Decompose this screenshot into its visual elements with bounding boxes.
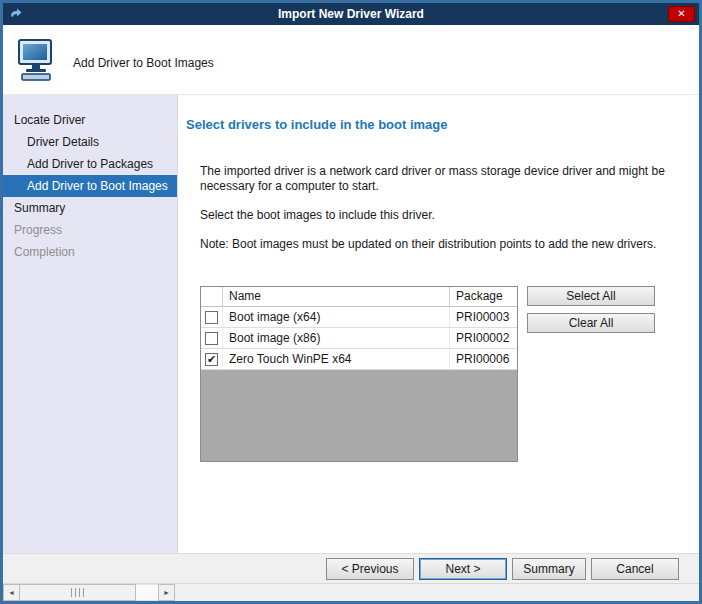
description-text: The imported driver is a network card dr…	[200, 164, 689, 194]
table-empty-area	[201, 370, 517, 461]
checkbox-column-header	[201, 287, 223, 306]
scroll-left-icon[interactable]: ◄	[3, 584, 20, 601]
import-new-driver-wizard-window: Import New Driver Wizard ✕ Add Driver to…	[0, 0, 702, 604]
close-button[interactable]: ✕	[668, 6, 695, 22]
select-all-button[interactable]: Select All	[527, 286, 655, 306]
horizontal-scrollbar[interactable]: ◄ ►	[3, 584, 175, 601]
table-header-row: Name Package ID	[201, 287, 517, 307]
window-title: Import New Driver Wizard	[3, 7, 699, 21]
wizard-header: Add Driver to Boot Images	[3, 25, 699, 95]
table-row[interactable]: Boot image (x64) PRI00003	[201, 307, 517, 328]
row-checkbox[interactable]	[205, 311, 218, 324]
sidebar-item-summary[interactable]: Summary	[3, 197, 177, 219]
package-id-column-header[interactable]: Package ID	[450, 287, 517, 306]
page-title: Add Driver to Boot Images	[73, 56, 214, 70]
boot-image-table: Name Package ID Boot image (x64) PRI0000…	[200, 286, 518, 462]
summary-button[interactable]: Summary	[512, 558, 586, 580]
table-action-buttons: Select All Clear All	[527, 286, 655, 333]
computer-icon	[15, 38, 61, 85]
checkbox-cell	[201, 349, 223, 369]
sidebar-item-driver-details[interactable]: Driver Details	[3, 131, 177, 153]
clear-all-button[interactable]: Clear All	[527, 313, 655, 333]
wizard-steps-sidebar: Locate Driver Driver Details Add Driver …	[3, 95, 178, 553]
scrollbar-track[interactable]	[136, 584, 158, 601]
row-name: Zero Touch WinPE x64	[223, 349, 450, 369]
row-checkbox[interactable]	[205, 332, 218, 345]
cancel-button[interactable]: Cancel	[591, 558, 679, 580]
row-name: Boot image (x64)	[223, 307, 450, 327]
row-package-id: PRI00003	[450, 307, 517, 327]
sidebar-item-completion: Completion	[3, 241, 177, 263]
table-row[interactable]: Boot image (x86) PRI00002	[201, 328, 517, 349]
sidebar-item-locate-driver[interactable]: Locate Driver	[3, 109, 177, 131]
scrollbar-grip-icon	[71, 588, 85, 597]
main-panel: Select drivers to include in the boot im…	[178, 95, 699, 553]
content-region: Locate Driver Driver Details Add Driver …	[3, 95, 699, 553]
row-package-id: PRI00002	[450, 328, 517, 348]
section-heading: Select drivers to include in the boot im…	[186, 117, 689, 132]
checkbox-cell	[201, 307, 223, 327]
sidebar-item-add-driver-to-packages[interactable]: Add Driver to Packages	[3, 153, 177, 175]
note-text: Note: Boot images must be updated on the…	[200, 237, 689, 252]
bottom-strip: ◄ ►	[3, 583, 699, 601]
row-checkbox[interactable]	[205, 353, 218, 366]
previous-button[interactable]: < Previous	[326, 558, 414, 580]
sidebar-item-progress: Progress	[3, 219, 177, 241]
boot-image-table-area: Name Package ID Boot image (x64) PRI0000…	[200, 286, 689, 462]
row-package-id: PRI00006	[450, 349, 517, 369]
wizard-button-bar: < Previous Next > Summary Cancel	[3, 553, 699, 583]
title-bar[interactable]: Import New Driver Wizard ✕	[3, 3, 699, 25]
scrollbar-thumb[interactable]	[20, 584, 136, 601]
name-column-header[interactable]: Name	[223, 287, 450, 306]
sidebar-item-add-driver-to-boot-images[interactable]: Add Driver to Boot Images	[3, 175, 177, 197]
checkbox-cell	[201, 328, 223, 348]
next-button[interactable]: Next >	[419, 558, 507, 580]
instruction-text: Select the boot images to include this d…	[200, 208, 689, 223]
table-row[interactable]: Zero Touch WinPE x64 PRI00006	[201, 349, 517, 370]
row-name: Boot image (x86)	[223, 328, 450, 348]
scroll-right-icon[interactable]: ►	[158, 584, 175, 601]
wizard-icon	[9, 7, 23, 21]
